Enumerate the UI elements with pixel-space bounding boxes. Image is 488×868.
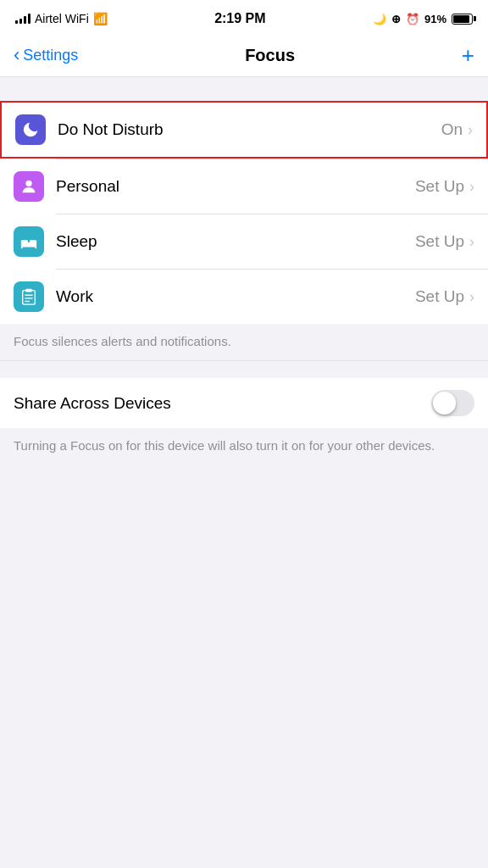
share-toggle[interactable]	[431, 390, 474, 416]
back-label: Settings	[23, 47, 78, 64]
focus-list: Do Not Disturb On › Personal Set Up ›	[0, 101, 488, 324]
sleep-label: Sleep	[56, 232, 415, 251]
bed-svg	[19, 232, 38, 251]
personal-icon	[14, 171, 44, 202]
mid-spacer	[0, 361, 488, 378]
status-time: 2:19 PM	[214, 11, 265, 26]
svg-rect-6	[23, 291, 36, 305]
svg-rect-4	[21, 247, 23, 249]
signal-bars-icon	[15, 14, 30, 24]
work-icon	[14, 281, 44, 312]
personal-row[interactable]: Personal Set Up ›	[0, 159, 488, 214]
work-value: Set Up	[415, 287, 464, 306]
share-section: Share Across Devices	[0, 378, 488, 428]
moon-icon	[15, 114, 46, 145]
sleep-icon	[14, 226, 44, 257]
crescent-moon-icon: 🌙	[373, 13, 386, 25]
moon-svg	[21, 120, 40, 139]
do-not-disturb-label: Do Not Disturb	[58, 120, 441, 139]
work-label: Work	[56, 287, 415, 306]
personal-label: Personal	[56, 177, 415, 196]
status-left: Airtel WiFi 📶	[15, 12, 108, 25]
status-right: 🌙 ⊕ ⏰ 91%	[373, 13, 473, 25]
do-not-disturb-row[interactable]: Do Not Disturb On ›	[0, 101, 488, 159]
share-label: Share Across Devices	[14, 394, 171, 413]
page-title: Focus	[245, 46, 295, 65]
work-chevron-icon: ›	[469, 288, 474, 306]
svg-rect-2	[21, 240, 28, 244]
share-note: Turning a Focus on for this device will …	[0, 428, 488, 471]
do-not-disturb-value: On	[441, 120, 463, 139]
top-spacer	[0, 77, 488, 101]
navigation-bar: ‹ Settings Focus +	[0, 37, 488, 77]
status-bar: Airtel WiFi 📶 2:19 PM 🌙 ⊕ ⏰ 91%	[0, 0, 488, 37]
svg-point-0	[25, 181, 31, 186]
toggle-thumb	[433, 392, 456, 415]
back-button[interactable]: ‹ Settings	[14, 47, 78, 64]
svg-rect-3	[30, 240, 36, 244]
add-button[interactable]: +	[462, 44, 474, 66]
sleep-value: Set Up	[415, 232, 464, 251]
personal-chevron-icon: ›	[469, 178, 474, 196]
personal-value: Set Up	[415, 177, 464, 196]
person-svg	[19, 177, 38, 196]
location-icon: ⊕	[391, 13, 401, 25]
alarm-icon: ⏰	[406, 13, 419, 25]
battery-icon	[452, 14, 473, 25]
focus-note: Focus silences alerts and notifications.	[0, 324, 488, 360]
wifi-icon: 📶	[93, 12, 108, 25]
svg-rect-7	[25, 289, 31, 292]
work-svg	[19, 287, 38, 306]
work-row[interactable]: Work Set Up ›	[0, 270, 488, 324]
share-across-devices-row[interactable]: Share Across Devices	[0, 378, 488, 428]
back-chevron-icon: ‹	[14, 46, 19, 64]
sleep-chevron-icon: ›	[469, 233, 474, 251]
svg-rect-5	[35, 247, 36, 249]
sleep-row[interactable]: Sleep Set Up ›	[0, 214, 488, 269]
carrier-label: Airtel WiFi	[35, 12, 89, 25]
do-not-disturb-chevron-icon: ›	[468, 121, 473, 139]
battery-percent: 91%	[424, 13, 446, 25]
